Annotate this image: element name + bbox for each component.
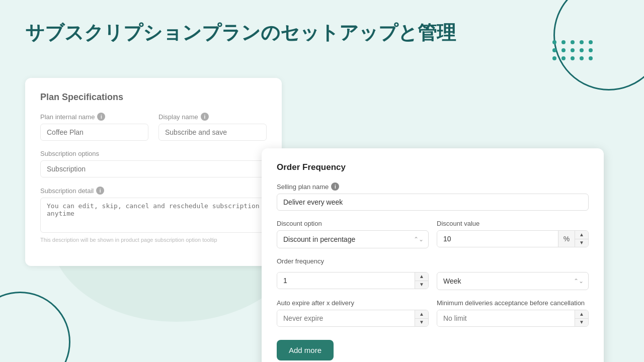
display-name-input[interactable] [158, 124, 267, 141]
order-frequency-title: Order Frequency [277, 162, 589, 172]
order-freq-number-increment-btn[interactable]: ▲ [415, 273, 428, 281]
selling-plan-name-label: Selling plan name i [277, 183, 589, 191]
discount-option-select-wrapper: Discount in percentage Fixed amount disc… [277, 230, 429, 248]
discount-decrement-btn[interactable]: ▼ [575, 239, 588, 247]
subscription-options-input[interactable] [40, 160, 267, 177]
plan-specs-card: Plan Specifications Plan internal name i… [25, 78, 282, 266]
order-freq-number-input[interactable] [277, 273, 415, 289]
discount-unit-label: % [558, 231, 575, 247]
order-freq-number-decrement-btn[interactable]: ▼ [415, 281, 428, 289]
subscription-detail-label: Subscription detail i [40, 187, 267, 195]
auto-expire-input[interactable] [277, 310, 415, 326]
order-frequency-label: Order frequency [277, 257, 589, 265]
subscription-detail-info-icon[interactable]: i [96, 187, 104, 195]
subscription-detail-textarea[interactable]: You can edit, skip, cancel and reschedul… [40, 198, 267, 233]
auto-expire-spinbtns: ▲ ▼ [415, 310, 428, 326]
min-deliveries-input[interactable] [437, 310, 575, 326]
auto-expire-decrement-btn[interactable]: ▼ [415, 319, 428, 327]
discount-increment-btn[interactable]: ▲ [575, 231, 588, 239]
selling-plan-name-info-icon[interactable]: i [331, 183, 339, 191]
auto-expire-spinbox: ▲ ▼ [277, 310, 429, 327]
order-frequency-panel: Order Frequency Selling plan name i Disc… [262, 148, 604, 362]
discount-value-label: Discount value [437, 220, 589, 227]
selling-plan-name-input[interactable] [277, 194, 589, 211]
subscription-options-label: Subscription options [40, 150, 267, 157]
bg-circle-bottom-left [0, 292, 70, 362]
plan-internal-name-label: Plan internal name i [40, 113, 148, 121]
auto-expire-label: Auto expire after x delivery [277, 299, 429, 307]
order-freq-unit-select[interactable]: Day Week Month Year [437, 272, 589, 290]
min-deliveries-label: Minimum deliveries acceptance before can… [437, 299, 589, 307]
discount-value-wrapper: % ▲ ▼ [437, 230, 589, 247]
plan-internal-name-info-icon[interactable]: i [97, 113, 105, 121]
order-freq-number-spinbtns: ▲ ▼ [415, 273, 428, 289]
subscription-detail-hint: This description will be shown in produc… [40, 237, 267, 243]
min-deliveries-increment-btn[interactable]: ▲ [575, 310, 588, 319]
min-deliveries-spinbtns: ▲ ▼ [575, 310, 588, 326]
discount-value-input[interactable] [437, 231, 558, 247]
display-name-info-icon[interactable]: i [201, 113, 209, 121]
discount-option-label: Discount option [277, 220, 429, 227]
min-deliveries-decrement-btn[interactable]: ▼ [575, 319, 588, 327]
page-title: サブスクリプションプランのセットアップと管理 [25, 20, 619, 46]
discount-option-select[interactable]: Discount in percentage Fixed amount disc… [277, 230, 429, 248]
order-freq-number-spinbox: ▲ ▼ [277, 272, 429, 289]
discount-spinboxbtns: ▲ ▼ [575, 231, 588, 247]
plan-internal-name-input[interactable] [40, 124, 148, 141]
display-name-label: Display name i [158, 113, 267, 121]
min-deliveries-spinbox: ▲ ▼ [437, 310, 589, 327]
add-more-button[interactable]: Add more [277, 340, 334, 360]
plan-specs-title: Plan Specifications [40, 92, 267, 103]
order-freq-unit-select-wrapper: Day Week Month Year ⌃⌄ [437, 272, 589, 290]
auto-expire-increment-btn[interactable]: ▲ [415, 310, 428, 319]
